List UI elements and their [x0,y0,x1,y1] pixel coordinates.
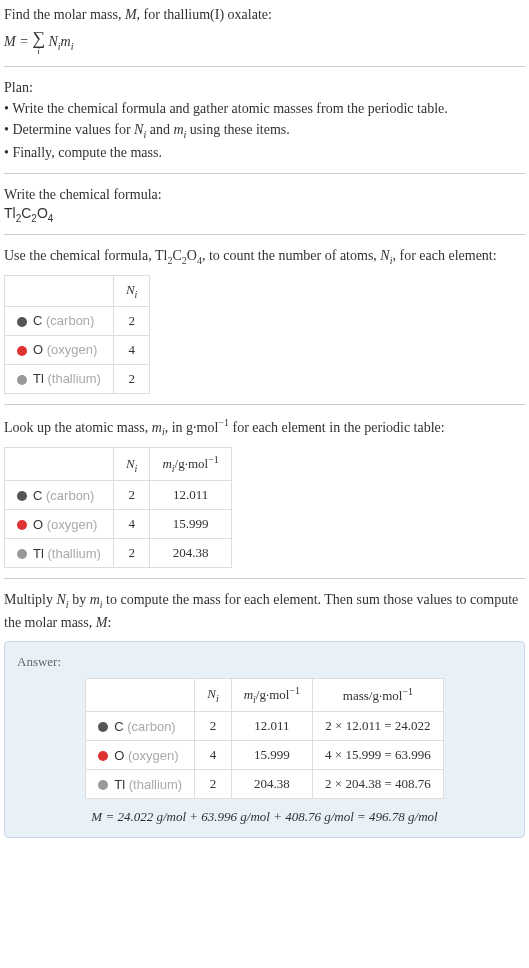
thallium-dot-icon [98,780,108,790]
formula-m: m [61,34,71,49]
mi-header: mi/g·mol−1 [231,679,312,712]
carbon-dot-icon [17,491,27,501]
intro-suffix: , for thallium(I) oxalate: [137,7,272,22]
mult-var2: m [90,592,100,607]
multiply-text: Multiply Ni by mi to compute the mass fo… [4,589,525,633]
thallium-name: (thallium) [47,371,100,386]
mass-header: mass/g·mol−1 [313,679,444,712]
mult-prefix: Multiply [4,592,57,607]
oxygen-dot-icon [17,520,27,530]
lookup-prefix: Look up the atomic mass, [4,420,152,435]
table-header-row: Ni mi/g·mol−1 mass/g·mol−1 [86,679,443,712]
count-mid2: O [187,248,197,263]
empty-header [5,276,114,307]
divider-4 [4,404,525,405]
count-text: Use the chemical formula, Tl2C2O4, to co… [4,245,525,268]
carbon-ni: 2 [113,481,149,510]
ans-thallium-name: (thallium) [129,777,182,792]
plan-bullet-1: • Write the chemical formula and gather … [4,98,525,119]
plan-bullet-3: • Finally, compute the mass. [4,142,525,163]
divider-1 [4,66,525,67]
ni-header-sub: i [135,289,138,300]
mult-var1: N [57,592,66,607]
table-row: C (carbon) 2 [5,306,150,335]
sigma-symbol: ∑ [32,28,45,48]
oxygen-name: (oxygen) [47,342,98,357]
ans-thallium-mass: 2 × 204.38 = 408.76 [313,770,444,799]
cf-o: O [37,205,48,221]
element-cell-thallium: Tl (thallium) [86,770,195,799]
carbon-dot-icon [98,722,108,732]
carbon-name: (carbon) [46,488,94,503]
oxygen-name: (oxygen) [47,517,98,532]
ans-ni-header: N [207,686,216,701]
ans-mass-header: mass/g·mol [343,688,403,703]
intro-section: Find the molar mass, M, for thallium(I) … [4,4,525,56]
thallium-mi: 204.38 [150,539,231,568]
count-prefix: Use the chemical formula, Tl [4,248,167,263]
table-header-row: Ni mi/g·mol−1 [5,448,232,481]
table-row: O (oxygen) 4 [5,335,150,364]
final-answer: M = 24.022 g/mol + 63.996 g/mol + 408.76… [17,809,512,825]
lookup-mid: , in g·mol [165,420,219,435]
element-cell-carbon: C (carbon) [5,481,114,510]
empty-header [86,679,195,712]
thallium-ni: 2 [113,364,149,393]
ans-carbon-ni: 2 [195,712,231,741]
thallium-dot-icon [17,549,27,559]
ans-mass-sup: −1 [402,686,413,697]
carbon-dot-icon [17,317,27,327]
thallium-name: (thallium) [47,546,100,561]
intro-text: Find the molar mass, M, for thallium(I) … [4,4,525,25]
count-section: Use the chemical formula, Tl2C2O4, to co… [4,245,525,394]
ni-header-text: N [126,456,135,471]
carbon-mi: 12.011 [150,481,231,510]
table-row: Tl (thallium) 2 204.38 2 × 204.38 = 408.… [86,770,443,799]
plan-bullet-2: • Determine values for Ni and mi using t… [4,119,525,142]
formula-m-sub: i [71,41,74,52]
plan-title: Plan: [4,77,525,98]
ans-carbon-mass: 2 × 12.011 = 24.022 [313,712,444,741]
ans-ni-sub: i [216,693,219,704]
thallium-symbol: Tl [33,546,44,561]
table-row: Tl (thallium) 2 [5,364,150,393]
ni-header-text: N [126,282,135,297]
element-cell-oxygen: O (oxygen) [86,741,195,770]
ans-oxygen-symbol: O [114,748,124,763]
ans-oxygen-ni: 4 [195,741,231,770]
mi-header-unit: /g·mol [175,457,209,472]
cf-tl: Tl [4,205,16,221]
ni-header-sub: i [135,462,138,473]
ni-header: Ni [195,679,231,712]
oxygen-ni: 4 [113,335,149,364]
table-header-row: Ni [5,276,150,307]
thallium-dot-icon [17,375,27,385]
thallium-symbol: Tl [33,371,44,386]
table-row: C (carbon) 2 12.011 [5,481,232,510]
oxygen-ni: 4 [113,510,149,539]
thallium-ni: 2 [113,539,149,568]
atom-count-table: Ni C (carbon) 2 O (oxygen) 4 Tl (thalliu… [4,275,150,394]
table-row: O (oxygen) 4 15.999 [5,510,232,539]
plan-b2-suffix: using these items. [186,122,289,137]
count-var: N [380,248,389,263]
plan-section: Plan: • Write the chemical formula and g… [4,77,525,163]
count-suffix: , for each element: [392,248,496,263]
lookup-text: Look up the atomic mass, mi, in g·mol−1 … [4,415,525,439]
mult-mid1: by [69,592,90,607]
molar-mass-formula: M = ∑i Nimi [4,29,525,56]
ans-oxygen-mi: 15.999 [231,741,312,770]
ans-thallium-mi: 204.38 [231,770,312,799]
element-cell-oxygen: O (oxygen) [5,335,114,364]
carbon-symbol: C [33,488,42,503]
oxygen-mi: 15.999 [150,510,231,539]
ans-thallium-ni: 2 [195,770,231,799]
table-row: O (oxygen) 4 15.999 4 × 15.999 = 63.996 [86,741,443,770]
mi-header-text: m [162,457,171,472]
ans-carbon-mi: 12.011 [231,712,312,741]
lookup-var: m [152,420,162,435]
answer-box: Answer: Ni mi/g·mol−1 mass/g·mol−1 C (ca… [4,641,525,838]
lookup-suffix: for each element in the periodic table: [229,420,445,435]
divider-3 [4,234,525,235]
chemformula-section: Write the chemical formula: Tl2C2O4 [4,184,525,224]
